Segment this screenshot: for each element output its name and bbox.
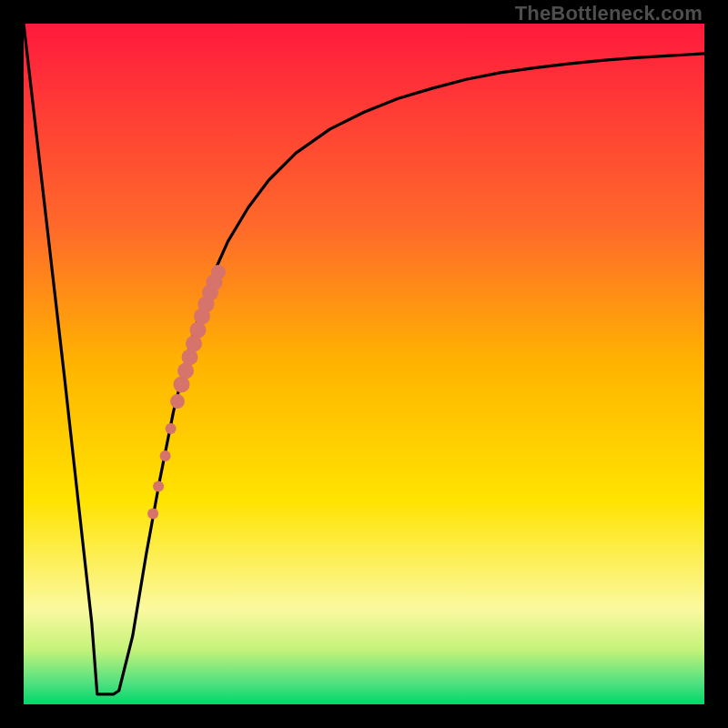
data-dot xyxy=(211,265,226,279)
watermark-text: TheBottleneck.com xyxy=(515,2,703,25)
data-dot xyxy=(170,394,185,409)
data-dot xyxy=(147,509,158,520)
plot-area xyxy=(24,24,704,704)
gradient-background xyxy=(24,24,704,704)
data-dot xyxy=(153,481,164,492)
data-dot xyxy=(160,450,171,461)
chart-svg xyxy=(24,24,704,704)
data-dot xyxy=(166,423,177,434)
chart-frame: TheBottleneck.com xyxy=(0,0,728,728)
